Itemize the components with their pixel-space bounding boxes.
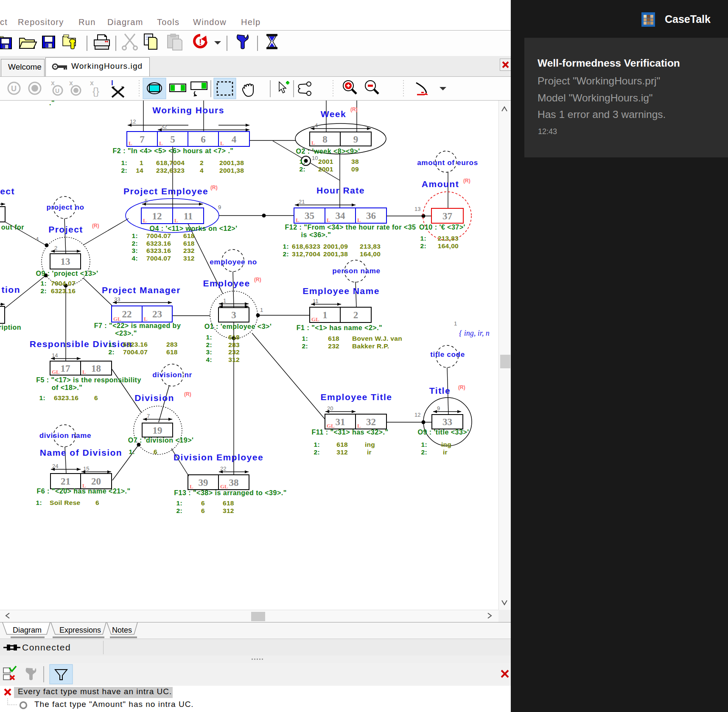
- svg-text:38: 38: [351, 158, 359, 165]
- svg-text:GL: GL: [52, 369, 60, 375]
- svg-text:L: L: [327, 217, 330, 223]
- svg-text:employee no: employee no: [210, 258, 257, 266]
- svg-text:9: 9: [353, 134, 358, 145]
- svg-text:31: 31: [336, 417, 345, 427]
- svg-text:ing: ing: [441, 441, 451, 448]
- svg-text:GL: GL: [220, 483, 228, 490]
- svg-text:2:: 2:: [283, 250, 289, 258]
- svg-text:O9 : 'title <33>': O9 : 'title <33>': [417, 429, 469, 436]
- svg-text:2:: 2:: [109, 348, 115, 356]
- svg-text:8: 8: [322, 134, 328, 145]
- svg-text:09: 09: [351, 165, 359, 173]
- svg-text:1: 1: [454, 320, 457, 327]
- svg-text:ir: ir: [367, 449, 372, 456]
- svg-text:Week: Week: [321, 109, 346, 119]
- svg-text:33: 33: [442, 417, 452, 427]
- svg-text:L: L: [144, 316, 148, 322]
- svg-text:5: 5: [170, 134, 175, 145]
- svg-text:I: I: [111, 79, 113, 87]
- svg-text:!: !: [199, 37, 202, 47]
- svg-text:F6 : "<20> has name <21>.": F6 : "<20> has name <21>.": [36, 488, 130, 495]
- svg-text:<23>.": <23>.": [115, 330, 137, 337]
- svg-text:(R): (R): [458, 384, 465, 390]
- svg-text:1:: 1:: [302, 335, 308, 342]
- svg-text:F13 : "<38> is arranged to <39: F13 : "<38> is arranged to <39>.": [174, 489, 287, 496]
- svg-text:L: L: [311, 140, 315, 146]
- svg-text:Project Manager: Project Manager: [102, 285, 181, 295]
- svg-text:2:: 2:: [420, 242, 426, 249]
- svg-text:L: L: [296, 217, 300, 223]
- svg-text:1:: 1:: [314, 441, 320, 448]
- svg-text:4: 4: [232, 134, 237, 145]
- svg-text:(R): (R): [254, 277, 261, 283]
- svg-text:6323.16: 6323.16: [54, 394, 78, 401]
- svg-text:38: 38: [229, 477, 239, 488]
- svg-text:4: 4: [36, 236, 39, 242]
- svg-text:(R): (R): [463, 178, 470, 184]
- svg-text:164,00: 164,00: [360, 250, 381, 258]
- svg-text:of <18>.": of <18>.": [52, 384, 83, 391]
- svg-text:Boven W.J. van: Boven W.J. van: [352, 335, 402, 342]
- svg-text:22: 22: [122, 309, 132, 320]
- svg-text:4:: 4:: [132, 255, 138, 262]
- svg-text:x: x: [51, 79, 55, 87]
- svg-text:division name: division name: [39, 432, 91, 440]
- svg-text:13: 13: [414, 206, 420, 212]
- svg-text:U: U: [11, 84, 17, 93]
- svg-text:618: 618: [223, 499, 234, 507]
- svg-text:4: 4: [200, 167, 204, 174]
- svg-text:(R): (R): [350, 107, 358, 112]
- svg-text:6: 6: [154, 448, 157, 455]
- svg-text:person name: person name: [332, 267, 381, 275]
- svg-text:(R): (R): [210, 185, 218, 191]
- svg-text:9: 9: [218, 204, 221, 210]
- svg-text:F11 : "<31> has <32>.": F11 : "<31> has <32>.": [312, 429, 389, 436]
- svg-text:5: 5: [145, 198, 148, 204]
- svg-text:15: 15: [83, 465, 89, 472]
- svg-text:.": .": [49, 101, 55, 107]
- svg-text:3:: 3:: [206, 348, 212, 356]
- svg-text:Project Employee: Project Employee: [123, 186, 208, 196]
- svg-text:164,00: 164,00: [438, 242, 459, 249]
- svg-text:7: 7: [140, 134, 145, 145]
- svg-text:3: 3: [231, 310, 236, 320]
- svg-text:618,7004: 618,7004: [156, 159, 185, 166]
- svg-text:6: 6: [94, 394, 98, 401]
- svg-text:O4 : '<11> works on <12>': O4 : '<11> works on <12>': [150, 225, 238, 232]
- svg-text:4:: 4:: [206, 356, 212, 363]
- svg-text:312: 312: [228, 356, 240, 363]
- svg-text:12: 12: [152, 211, 162, 221]
- svg-text:1:: 1:: [36, 499, 42, 506]
- svg-text:618,6323: 618,6323: [292, 243, 320, 250]
- svg-text:24: 24: [52, 463, 58, 469]
- svg-text:618: 618: [336, 441, 348, 448]
- svg-text:1:: 1:: [420, 235, 426, 242]
- svg-text:312,7004: 312,7004: [292, 250, 320, 258]
- svg-text:23: 23: [152, 309, 162, 320]
- svg-text:19: 19: [153, 425, 162, 436]
- svg-text:Division Employee: Division Employee: [174, 452, 263, 462]
- svg-text:tion: tion: [2, 285, 20, 294]
- svg-text:7004.07: 7004.07: [146, 232, 171, 239]
- svg-text:L: L: [357, 423, 361, 429]
- svg-text:O9 : 'project <13>': O9 : 'project <13>': [36, 270, 98, 277]
- svg-text:Amount: Amount: [422, 179, 459, 189]
- svg-text:Employee Name: Employee Name: [302, 286, 380, 296]
- svg-text:39: 39: [199, 477, 208, 488]
- svg-text:2:: 2:: [206, 341, 212, 348]
- svg-text:Project: Project: [48, 224, 83, 234]
- svg-text:title code: title code: [430, 350, 465, 359]
- svg-text:232: 232: [328, 342, 339, 350]
- svg-text:32: 32: [366, 417, 376, 427]
- svg-text:Division: Division: [134, 393, 174, 403]
- svg-text:283: 283: [228, 341, 240, 348]
- svg-text:1:: 1:: [41, 280, 47, 287]
- svg-text:2:: 2:: [41, 287, 47, 294]
- svg-text:1:: 1:: [206, 334, 212, 341]
- svg-text:12: 12: [414, 412, 420, 418]
- svg-text:17: 17: [61, 363, 70, 374]
- svg-text:Working Hours: Working Hours: [152, 105, 224, 115]
- svg-text:2: 2: [200, 159, 204, 166]
- svg-text:L: L: [143, 217, 147, 224]
- svg-text:2:: 2:: [421, 449, 427, 456]
